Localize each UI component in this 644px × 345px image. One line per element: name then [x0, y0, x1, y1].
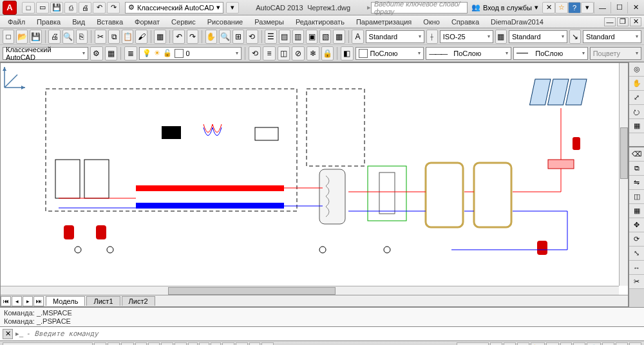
sb-qdraw-icon[interactable]: ▦ — [517, 342, 529, 346]
sb-3dosnap-icon[interactable]: ◫ — [161, 342, 173, 346]
layerprev-icon[interactable]: ⟲ — [249, 46, 261, 61]
layer-combo[interactable]: 💡 ☀ 🔓 0 ▾ — [139, 47, 242, 60]
menu-tools[interactable]: Сервис — [166, 17, 201, 27]
menu-window[interactable]: Окно — [418, 17, 445, 27]
command-chevron-icon[interactable]: ▸_ — [15, 330, 23, 338]
qat-print-icon[interactable]: 🖨 — [79, 2, 91, 14]
copy2-icon[interactable]: ⧉ — [629, 162, 644, 176]
menu-parametric[interactable]: Параметризация — [351, 17, 417, 27]
save-icon[interactable]: 💾 — [30, 30, 41, 44]
undo-icon[interactable]: ↶ — [173, 30, 184, 44]
qat-redo-icon[interactable]: ↷ — [107, 2, 120, 14]
menu-format[interactable]: Формат — [129, 17, 165, 27]
mytoolbar-icon[interactable]: ▦ — [105, 46, 118, 61]
qat-saveas-icon[interactable]: ⎙ — [64, 2, 77, 14]
offset-icon[interactable]: ◫ — [629, 190, 644, 204]
pan-icon[interactable]: ✋ — [629, 77, 644, 91]
paste-icon[interactable]: 📋 — [122, 30, 133, 44]
tab-prev-icon[interactable]: ◂ — [12, 296, 22, 306]
showmotion-icon[interactable]: ▦ — [629, 119, 644, 133]
sb-coords[interactable] — [3, 342, 93, 346]
pan-icon[interactable]: ✋ — [205, 30, 217, 44]
preview-icon[interactable]: 🔍 — [62, 30, 74, 44]
navwheel-icon[interactable]: ◎ — [629, 62, 644, 77]
color-combo[interactable]: ПоСлою▾ — [355, 47, 424, 60]
move-icon[interactable]: ✥ — [629, 218, 644, 232]
dimstyle-icon[interactable]: ⟊ — [426, 30, 438, 44]
minimize-button[interactable]: — — [594, 2, 611, 14]
new-icon[interactable]: □ — [3, 30, 14, 44]
scale-icon[interactable]: ⤡ — [629, 247, 644, 261]
properties-icon[interactable]: ☰ — [265, 30, 276, 44]
trim-icon[interactable]: ✂ — [629, 275, 644, 289]
sheetset-icon[interactable]: ▣ — [306, 30, 317, 44]
orbit-icon[interactable]: ⭮ — [629, 105, 644, 119]
textstyle-combo[interactable]: Standard▾ — [366, 30, 424, 43]
copy-icon[interactable]: ⧉ — [108, 30, 120, 44]
app-menu-button[interactable]: A — [3, 1, 17, 15]
sb-sc-icon[interactable]: ⚲ — [249, 342, 260, 346]
menu-draw[interactable]: Рисование — [202, 17, 248, 27]
tab-sheet2[interactable]: Лист2 — [122, 296, 155, 306]
sb-lwt-icon[interactable]: ≡ — [211, 342, 221, 346]
qat-new-icon[interactable]: □ — [22, 2, 35, 14]
tablestyle-icon[interactable]: ▦ — [495, 30, 507, 44]
workspace-selector[interactable]: ⚙ Классический AutoCAD ▾ — [125, 2, 223, 14]
sb-space-toggle[interactable]: ЛИСТ — [457, 342, 489, 346]
cut-icon[interactable]: ✂ — [95, 30, 106, 44]
designcenter-icon[interactable]: ▤ — [279, 30, 290, 44]
menu-insert[interactable]: Вставка — [91, 17, 128, 27]
matchprop-icon[interactable]: 🖌 — [135, 30, 147, 44]
sb-toolbarlock-icon[interactable]: 🔒 — [587, 342, 601, 346]
layerlock-icon[interactable]: 🔒 — [321, 46, 334, 61]
sb-otrack-icon[interactable]: ∠ — [175, 342, 187, 346]
calc-icon[interactable]: ▦ — [333, 30, 345, 44]
close-button[interactable]: ✕ — [627, 2, 644, 14]
tab-first-icon[interactable]: ⏮ — [1, 296, 11, 306]
help-dropdown-icon[interactable]: ▾ — [581, 2, 594, 14]
horizontal-scrollbar[interactable] — [1, 286, 619, 295]
markup-icon[interactable]: ▧ — [319, 30, 331, 44]
sb-grid-icon[interactable]: ▦ — [108, 342, 120, 346]
sb-ws-icon[interactable]: ⚙ — [573, 342, 585, 346]
tablestyle-combo[interactable]: Standard▾ — [509, 30, 567, 43]
rotate-icon[interactable]: ⟳ — [629, 232, 644, 247]
command-input[interactable] — [26, 330, 641, 338]
textstyle-icon[interactable]: A — [352, 30, 363, 44]
menu-dimension[interactable]: Размеры — [249, 17, 289, 27]
redo-icon[interactable]: ↷ — [187, 30, 198, 44]
tab-next-icon[interactable]: ▸ — [23, 296, 33, 306]
linetype-combo[interactable]: ——— ПоСлою▾ — [426, 47, 511, 60]
layerfreeze-icon[interactable]: ❄ — [307, 46, 319, 61]
layermgr-icon[interactable]: ≣ — [124, 46, 137, 61]
lineweight-combo[interactable]: ПоСлою▾ — [513, 47, 587, 60]
maximize-button[interactable]: ☐ — [611, 2, 627, 14]
menu-diemadraw[interactable]: DiemaDraw2014 — [486, 17, 549, 27]
command-close-icon[interactable]: ✕ — [3, 329, 13, 339]
layeriso-icon[interactable]: ◫ — [278, 46, 290, 61]
tab-model[interactable]: Модель — [46, 296, 85, 306]
sb-cleanscreen-icon[interactable]: ▭ — [629, 342, 641, 346]
menu-file[interactable]: Файл — [3, 17, 30, 27]
qat-overflow-icon[interactable]: ▾ — [226, 2, 239, 14]
qat-save-icon[interactable]: 💾 — [50, 2, 63, 14]
stayconnected-icon[interactable]: ☆ — [555, 2, 568, 14]
plotstyle-combo[interactable]: Поцвету▾ — [590, 47, 641, 60]
menu-modify[interactable]: Редактировать — [290, 17, 350, 27]
sb-annoauto-icon[interactable]: ⟳ — [560, 342, 572, 346]
mleaderstyle-icon[interactable]: ↘ — [569, 30, 581, 44]
array-icon[interactable]: ▦ — [629, 204, 644, 218]
sb-am-icon[interactable]: ▥ — [261, 342, 274, 346]
zoomextents-icon[interactable]: ⤢ — [629, 91, 644, 105]
sb-ortho-icon[interactable]: ∟ — [121, 342, 134, 346]
workspace-settings-icon[interactable]: ⚙ — [90, 46, 103, 61]
vertical-scrollbar[interactable] — [619, 63, 628, 286]
stretch-icon[interactable]: ↔ — [629, 261, 644, 275]
sb-osnap-icon[interactable]: ◻ — [148, 342, 160, 346]
sb-isolate-icon[interactable]: ◉ — [616, 342, 628, 346]
sb-maxvp-icon[interactable]: ▣ — [490, 342, 502, 346]
menu-edit[interactable]: Правка — [32, 17, 66, 27]
menu-view[interactable]: Вид — [67, 17, 90, 27]
infocenter-search[interactable]: Введите ключевое слово/фразу — [371, 2, 468, 14]
mirror-icon[interactable]: ⇋ — [629, 176, 644, 190]
